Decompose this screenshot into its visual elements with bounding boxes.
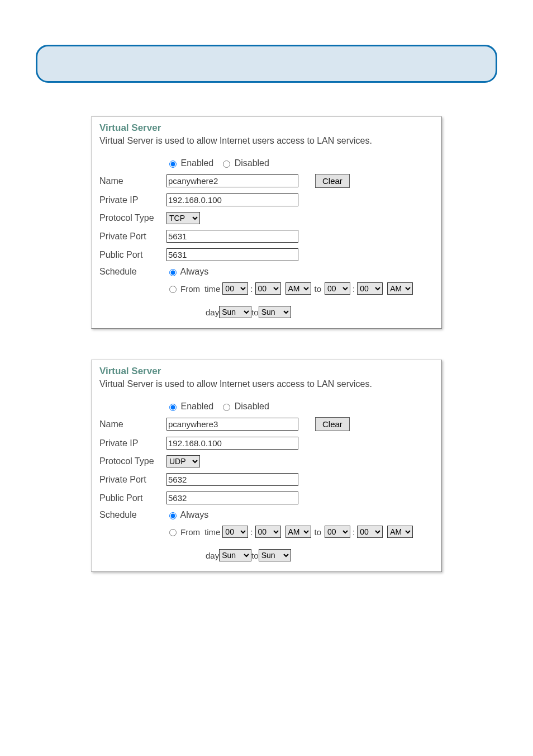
schedule-from-radio[interactable] (169, 529, 177, 536)
day-to-select[interactable]: Sun (259, 549, 291, 561)
schedule-always-label[interactable]: Always (166, 510, 208, 520)
public-port-label: Public Port (99, 493, 166, 503)
disabled-radio[interactable] (223, 160, 230, 168)
clear-button[interactable]: Clear (315, 417, 350, 431)
schedule-from-radio[interactable] (169, 286, 177, 293)
from-label: From (180, 284, 200, 294)
schedule-label: Schedule (99, 510, 166, 520)
name-label: Name (99, 176, 166, 186)
day-from-select[interactable]: Sun (219, 549, 251, 561)
top-callout-box (36, 45, 497, 83)
protocol-type-label: Protocol Type (99, 456, 166, 466)
day-to-select[interactable]: Sun (259, 306, 291, 318)
schedule-label: Schedule (99, 267, 166, 277)
day-label: day (206, 308, 219, 317)
from-ampm-select[interactable]: AM (285, 282, 311, 295)
private-port-input[interactable] (166, 230, 298, 243)
enabled-radio-label[interactable]: Enabled (166, 401, 213, 412)
to-ampm-select[interactable]: AM (387, 282, 413, 295)
time-label: time (204, 284, 220, 294)
protocol-type-select[interactable]: UDP (166, 455, 200, 467)
from-hour-select[interactable]: 00 (222, 282, 248, 295)
from-label: From (180, 527, 200, 537)
public-port-label: Public Port (99, 250, 166, 260)
virtual-server-panel-1: Virtual Server Virtual Server is used to… (91, 116, 442, 329)
enabled-radio[interactable] (169, 160, 177, 168)
private-port-label: Private Port (99, 231, 166, 242)
to-hour-select[interactable]: 00 (325, 282, 350, 295)
from-minute-select[interactable]: 00 (255, 282, 281, 295)
schedule-always-radio[interactable] (169, 512, 177, 519)
public-port-input[interactable] (166, 248, 298, 261)
to-label-2: to (251, 308, 259, 317)
protocol-type-label: Protocol Type (99, 213, 166, 223)
panel-description: Virtual Server is used to allow Internet… (99, 379, 434, 389)
disabled-radio[interactable] (223, 404, 230, 411)
private-ip-label: Private IP (99, 438, 166, 448)
time-label: time (204, 527, 220, 537)
disabled-radio-label[interactable]: Disabled (220, 401, 269, 412)
panel-description: Virtual Server is used to allow Internet… (99, 136, 434, 146)
private-port-input[interactable] (166, 473, 298, 486)
disabled-radio-label[interactable]: Disabled (220, 158, 269, 168)
private-ip-label: Private IP (99, 195, 166, 205)
name-input[interactable] (166, 174, 298, 187)
public-port-input[interactable] (166, 492, 298, 504)
to-hour-select[interactable]: 00 (325, 526, 350, 538)
clear-button[interactable]: Clear (315, 174, 350, 188)
from-minute-select[interactable]: 00 (255, 526, 281, 538)
day-from-select[interactable]: Sun (219, 306, 251, 318)
schedule-always-label[interactable]: Always (166, 267, 208, 277)
to-minute-select[interactable]: 00 (357, 282, 383, 295)
to-label-1: to (315, 284, 322, 294)
schedule-always-radio[interactable] (169, 269, 177, 276)
to-minute-select[interactable]: 00 (357, 526, 383, 538)
virtual-server-panel-2: Virtual Server Virtual Server is used to… (91, 360, 442, 572)
day-label: day (206, 551, 219, 560)
protocol-type-select[interactable]: TCP (166, 212, 200, 224)
name-input[interactable] (166, 418, 298, 431)
enabled-radio[interactable] (169, 404, 177, 411)
from-hour-select[interactable]: 00 (222, 526, 248, 538)
to-ampm-select[interactable]: AM (387, 526, 413, 538)
private-port-label: Private Port (99, 475, 166, 485)
private-ip-input[interactable] (166, 437, 298, 450)
panel-title: Virtual Server (99, 366, 434, 377)
from-ampm-select[interactable]: AM (285, 526, 311, 538)
to-label-2: to (251, 551, 259, 560)
panel-title: Virtual Server (99, 122, 434, 134)
name-label: Name (99, 419, 166, 429)
private-ip-input[interactable] (166, 193, 298, 206)
enabled-radio-label[interactable]: Enabled (166, 158, 213, 168)
to-label-1: to (315, 527, 322, 537)
